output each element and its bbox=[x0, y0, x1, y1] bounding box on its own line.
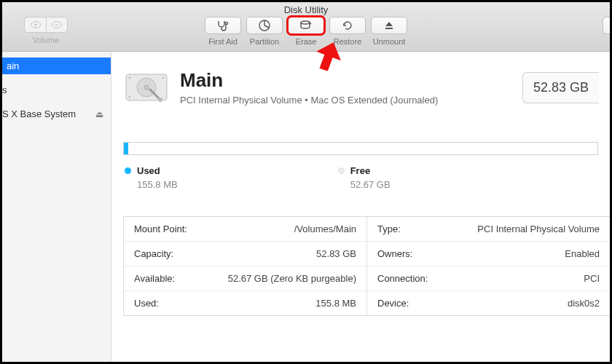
disk-icon bbox=[123, 70, 170, 105]
table-row: Available:52.67 GB (Zero KB purgeable) bbox=[124, 266, 366, 291]
erase-icon bbox=[299, 20, 313, 31]
toolbar-overflow-button[interactable] bbox=[603, 17, 610, 34]
table-row: Type:PCI Internal Physical Volume bbox=[367, 217, 610, 242]
pie-icon bbox=[258, 19, 271, 32]
table-row: Used:155.8 MB bbox=[124, 291, 366, 315]
usage-bar bbox=[123, 142, 598, 155]
details-table: Mount Point:/Volumes/Main Capacity:52.83… bbox=[123, 216, 610, 316]
table-row: Connection:PCI bbox=[367, 266, 610, 291]
restore-button[interactable]: Restore bbox=[329, 17, 366, 46]
legend-used: Used 155.8 MB bbox=[125, 165, 178, 190]
partition-button[interactable]: Partition bbox=[246, 17, 283, 46]
usage-bar-used-segment bbox=[124, 143, 128, 154]
toolbar-center-buttons: First Aid Partition Erase Restore Unmoun… bbox=[205, 17, 407, 46]
svg-point-13 bbox=[158, 98, 162, 102]
table-row: Mount Point:/Volumes/Main bbox=[124, 217, 366, 242]
volume-subtitle: PCI Internal Physical Volume • Mac OS Ex… bbox=[180, 95, 512, 106]
capacity-badge: 52.83 GB bbox=[522, 72, 599, 103]
volume-group: Volume bbox=[24, 17, 68, 44]
volume-remove-icon bbox=[51, 20, 63, 29]
svg-point-5 bbox=[225, 22, 227, 24]
sidebar-item-1[interactable]: s bbox=[2, 82, 111, 98]
first-aid-button[interactable]: First Aid bbox=[205, 17, 241, 46]
sidebar-item-main[interactable]: ain bbox=[2, 58, 111, 74]
window-title: Disk Utility bbox=[2, 4, 610, 15]
main-panel: Main PCI Internal Physical Volume • Mac … bbox=[111, 52, 610, 362]
table-row: Owners:Enabled bbox=[367, 242, 610, 266]
volume-add-button[interactable] bbox=[24, 17, 46, 33]
eject-icon bbox=[383, 20, 395, 31]
restore-icon bbox=[341, 19, 354, 32]
dot-icon bbox=[125, 167, 131, 174]
volume-add-icon bbox=[30, 20, 42, 29]
stethoscope-icon bbox=[216, 20, 230, 31]
volume-name: Main bbox=[180, 69, 512, 92]
sidebar: ain s S X Base System ⏏ bbox=[2, 52, 111, 362]
svg-point-12 bbox=[144, 85, 149, 90]
sidebar-item-base-system[interactable]: S X Base System ⏏ bbox=[2, 106, 111, 122]
svg-point-14 bbox=[129, 77, 131, 79]
volume-label: Volume bbox=[33, 36, 60, 44]
toolbar: Disk Utility Volume First Aid Partition bbox=[2, 2, 610, 52]
eject-icon[interactable]: ⏏ bbox=[95, 109, 103, 119]
table-row: Device:disk0s2 bbox=[367, 291, 610, 315]
unmount-button[interactable]: Unmount bbox=[371, 17, 407, 46]
volume-remove-button[interactable] bbox=[46, 17, 68, 33]
legend-free: Free 52.67 GB bbox=[338, 165, 391, 190]
svg-rect-8 bbox=[385, 28, 393, 29]
svg-point-16 bbox=[129, 96, 131, 98]
erase-button[interactable]: Erase bbox=[288, 17, 324, 46]
dot-icon bbox=[338, 167, 345, 174]
svg-point-15 bbox=[162, 77, 165, 79]
table-row: Capacity:52.83 GB bbox=[124, 242, 366, 266]
